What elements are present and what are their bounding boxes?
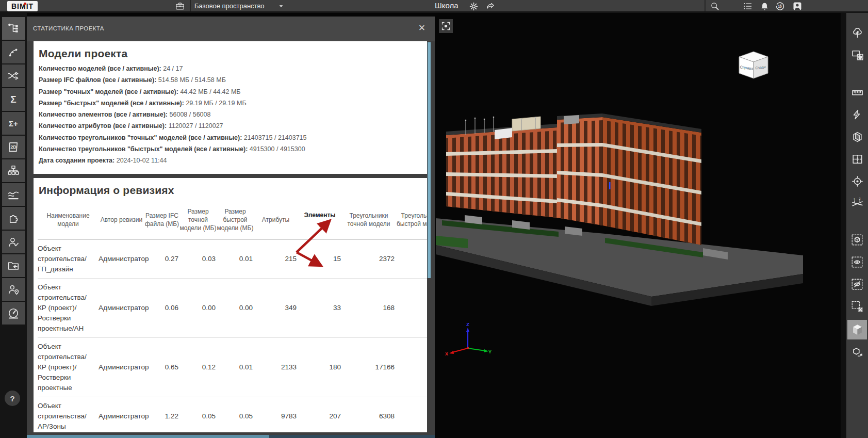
geometry-nodes-icon (7, 46, 20, 58)
col-header-elements-sorted[interactable]: Элементы↑ (298, 211, 342, 229)
sidebar-item-geometry-nodes[interactable] (2, 41, 25, 63)
axis-x-label: X (445, 351, 448, 356)
stat-line: Количество элементов (все / активные): 5… (34, 109, 427, 120)
tool-coordinate-grid[interactable]: 12 (847, 194, 867, 212)
tool-floor-plan[interactable] (847, 150, 867, 168)
fullscreen-icon (440, 21, 451, 31)
close-icon[interactable]: × (415, 22, 429, 35)
stat-line: Количество моделей (все / активные): 24 … (34, 63, 427, 74)
share-icon[interactable] (485, 1, 496, 12)
table-row[interactable]: Объект строительства/ ГП_дизайн Админист… (38, 240, 427, 279)
bim-application-window: BIMIT Базовое пространство Школа 10 (0, 0, 868, 438)
col-header-triangles-fast[interactable]: Треугольники быстрой модели (396, 212, 427, 228)
col-header-attributes[interactable]: Атрибуты (254, 216, 298, 224)
view-cube[interactable]: Справа Сзади (733, 49, 774, 81)
model-tree-icon (7, 22, 20, 35)
sidebar-item-hierarchy[interactable] (2, 159, 25, 182)
workspace-selector[interactable]: Базовое пространство (194, 2, 265, 10)
task-list-icon[interactable] (742, 1, 754, 12)
chevron-down-icon[interactable] (275, 1, 287, 12)
svg-text:1: 1 (853, 198, 855, 201)
rooftop-penthouse (512, 117, 541, 131)
stat-line: Размер "точных" моделей (все / активные)… (34, 86, 427, 98)
sort-asc-icon[interactable]: ↑ (298, 220, 342, 229)
stat-line: Количество треугольников "точных" моделе… (34, 132, 427, 143)
tool-show-selection[interactable] (847, 253, 867, 271)
revisions-heading: Информация о ревизиях (34, 178, 427, 200)
history-badge: 10 (778, 5, 782, 8)
revisions-table: Наименование модели Автор ревизии Размер… (38, 200, 427, 432)
top-bar: BIMIT Базовое пространство Школа 10 (0, 0, 868, 13)
horizontal-scrollbar[interactable] (27, 435, 435, 438)
table-row[interactable]: Объект строительства/ КР (проект)/ Роств… (38, 279, 427, 338)
tool-section-plane[interactable] (847, 128, 867, 145)
clash-icon (851, 108, 863, 121)
app-logo[interactable]: BIMIT (7, 1, 38, 11)
left-toolbar: Σ Σ+ 2D (0, 13, 27, 438)
gauge-icon (7, 306, 20, 320)
col-header-triangles-precise[interactable]: Треугольники точной модели (342, 212, 396, 228)
sidebar-item-user-location[interactable] (2, 278, 25, 301)
hide-eye-icon (850, 278, 864, 291)
sidebar-item-analytics[interactable] (2, 183, 25, 206)
axis-gizmo[interactable]: Z Y X (444, 321, 492, 369)
stat-line: Количество атрибутов (все / активные): 1… (34, 120, 427, 132)
tool-shaded-view[interactable] (847, 320, 867, 339)
tool-focus-target[interactable] (847, 172, 867, 190)
tool-clash-detection[interactable] (847, 106, 867, 123)
tool-clear-selection[interactable] (847, 298, 867, 315)
col-header-author[interactable]: Автор ревизии (99, 216, 144, 224)
org-chart-icon (7, 164, 20, 177)
puzzle-icon (7, 212, 20, 225)
cube-refresh-icon (850, 346, 864, 360)
help-button[interactable]: ? (5, 391, 20, 406)
sidebar-item-view-2d[interactable]: 2D (2, 136, 25, 158)
sidebar-item-summary-add[interactable]: Σ+ (2, 112, 25, 135)
building-model[interactable] (435, 13, 841, 438)
sidebar-item-connections[interactable] (2, 64, 25, 87)
sidebar-item-model-tree[interactable] (2, 17, 25, 40)
table-row[interactable]: Объект строительства/ АР/Зоны Администра… (38, 397, 427, 432)
table-row[interactable]: Объект строительства/ КР (проект)/ Роств… (38, 338, 427, 397)
sidebar-item-folder-share[interactable] (2, 254, 25, 277)
tool-update-model[interactable] (847, 344, 867, 362)
col-header-model[interactable]: Наименование модели (38, 212, 99, 228)
tool-hide-selection[interactable] (847, 275, 867, 293)
sidebar-item-dashboard[interactable] (2, 302, 25, 325)
folder-export-icon (7, 259, 20, 272)
axis-y-label: Y (488, 349, 492, 354)
project-title: Школа (435, 1, 458, 10)
topbar-separator (190, 0, 191, 11)
tool-measure-ruler[interactable] (847, 84, 867, 101)
history-restore-icon[interactable]: 10 (774, 1, 785, 12)
col-header-fast-size[interactable]: Размер быстрой модели (МБ) (217, 207, 254, 232)
scrollbar-thumb[interactable] (27, 435, 269, 438)
3d-viewport[interactable]: Справа Сзади Z Y X (435, 13, 841, 438)
vertical-scrollbar[interactable] (428, 42, 431, 278)
sidebar-item-plugins[interactable] (2, 207, 25, 230)
revisions-card: Информация о ревизиях Наименование модел… (34, 178, 427, 432)
col-header-ifc-size[interactable]: Размер IFC файла (МБ) (144, 212, 179, 228)
settings-gear-icon[interactable] (468, 1, 479, 12)
tool-environment-tree[interactable] (847, 24, 867, 41)
search-icon[interactable] (709, 1, 720, 12)
sidebar-item-user-check[interactable] (2, 231, 25, 253)
right-toolbar: 12 (841, 13, 868, 438)
fullscreen-button[interactable] (439, 19, 453, 33)
stat-line: Дата создания проекта: 2024-10-02 11:44 (34, 155, 427, 166)
clear-selection-icon (850, 300, 864, 313)
selection-mark (609, 182, 611, 189)
notification-bell-icon[interactable] (759, 1, 770, 12)
briefcase-icon[interactable] (174, 1, 186, 12)
user-account-icon[interactable] (792, 1, 803, 12)
sigma-icon: Σ (10, 94, 16, 105)
panel-header: СТАТИСТИКА ПРОЕКТА × (27, 17, 435, 41)
rooftop-box (564, 115, 579, 124)
user-location-icon (7, 283, 20, 296)
tool-select-region[interactable] (847, 46, 867, 63)
col-header-precise-size[interactable]: Размер точной модели (МБ) (179, 207, 217, 232)
user-check-icon (7, 236, 20, 249)
sidebar-item-summary[interactable]: Σ (2, 88, 25, 111)
panel-title: СТАТИСТИКА ПРОЕКТА (33, 25, 104, 31)
tool-isolate-selection[interactable] (847, 231, 867, 249)
